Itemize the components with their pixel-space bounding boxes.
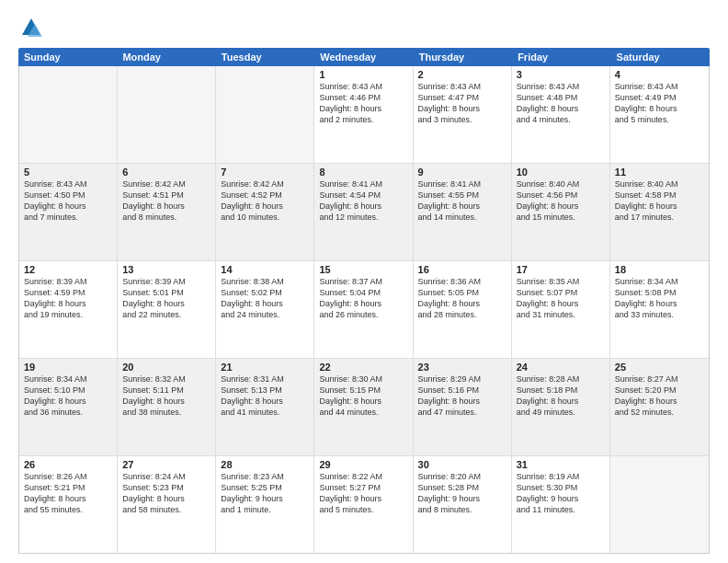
day-number: 28 — [221, 459, 309, 470]
weekday-header: Wednesday — [314, 48, 413, 66]
day-number: 9 — [418, 167, 506, 178]
day-info: Sunrise: 8:43 AM Sunset: 4:49 PM Dayligh… — [615, 81, 704, 126]
weekday-header: Monday — [117, 48, 215, 66]
calendar-cell — [19, 66, 118, 163]
calendar-cell: 24Sunrise: 8:28 AM Sunset: 5:18 PM Dayli… — [512, 359, 610, 455]
day-info: Sunrise: 8:22 AM Sunset: 5:27 PM Dayligh… — [319, 471, 407, 516]
header — [18, 15, 710, 40]
calendar-cell — [118, 66, 216, 163]
day-number: 6 — [122, 167, 210, 178]
calendar-cell: 18Sunrise: 8:34 AM Sunset: 5:08 PM Dayli… — [610, 261, 709, 358]
day-number: 30 — [418, 459, 506, 470]
day-number: 21 — [221, 362, 309, 373]
calendar-row: 1Sunrise: 8:43 AM Sunset: 4:46 PM Daylig… — [19, 66, 709, 164]
day-info: Sunrise: 8:20 AM Sunset: 5:28 PM Dayligh… — [418, 471, 506, 516]
day-info: Sunrise: 8:32 AM Sunset: 5:11 PM Dayligh… — [122, 373, 210, 419]
day-info: Sunrise: 8:29 AM Sunset: 5:16 PM Dayligh… — [418, 373, 506, 419]
day-number: 24 — [517, 362, 605, 373]
calendar-cell: 6Sunrise: 8:42 AM Sunset: 4:51 PM Daylig… — [118, 164, 216, 260]
day-info: Sunrise: 8:19 AM Sunset: 5:30 PM Dayligh… — [517, 471, 605, 516]
day-info: Sunrise: 8:41 AM Sunset: 4:54 PM Dayligh… — [319, 178, 407, 224]
day-number: 7 — [221, 167, 309, 178]
day-number: 23 — [418, 362, 506, 373]
calendar-cell: 30Sunrise: 8:20 AM Sunset: 5:28 PM Dayli… — [414, 456, 512, 553]
day-number: 31 — [517, 459, 605, 470]
day-number: 1 — [319, 69, 407, 80]
day-info: Sunrise: 8:38 AM Sunset: 5:02 PM Dayligh… — [221, 276, 309, 321]
day-info: Sunrise: 8:43 AM Sunset: 4:48 PM Dayligh… — [517, 81, 605, 126]
day-number: 27 — [122, 459, 210, 470]
calendar-cell: 1Sunrise: 8:43 AM Sunset: 4:46 PM Daylig… — [314, 66, 413, 163]
day-number: 26 — [24, 459, 112, 470]
calendar-row: 19Sunrise: 8:34 AM Sunset: 5:10 PM Dayli… — [19, 359, 709, 456]
day-number: 29 — [319, 459, 407, 470]
day-number: 17 — [517, 264, 605, 275]
weekday-header: Saturday — [611, 48, 710, 66]
calendar-header: SundayMondayTuesdayWednesdayThursdayFrid… — [18, 48, 710, 66]
calendar-cell: 12Sunrise: 8:39 AM Sunset: 4:59 PM Dayli… — [19, 261, 118, 358]
calendar-cell: 17Sunrise: 8:35 AM Sunset: 5:07 PM Dayli… — [512, 261, 610, 358]
day-number: 14 — [221, 264, 309, 275]
weekday-header: Thursday — [414, 48, 512, 66]
day-info: Sunrise: 8:35 AM Sunset: 5:07 PM Dayligh… — [517, 276, 605, 321]
day-info: Sunrise: 8:41 AM Sunset: 4:55 PM Dayligh… — [418, 178, 506, 224]
day-info: Sunrise: 8:42 AM Sunset: 4:51 PM Dayligh… — [122, 178, 210, 224]
calendar-cell: 13Sunrise: 8:39 AM Sunset: 5:01 PM Dayli… — [118, 261, 216, 358]
day-number: 2 — [418, 69, 506, 80]
page: SundayMondayTuesdayWednesdayThursdayFrid… — [0, 0, 728, 563]
weekday-header: Tuesday — [216, 48, 314, 66]
day-info: Sunrise: 8:24 AM Sunset: 5:23 PM Dayligh… — [122, 471, 210, 516]
day-number: 25 — [615, 362, 704, 373]
calendar-cell: 8Sunrise: 8:41 AM Sunset: 4:54 PM Daylig… — [314, 164, 413, 260]
calendar-cell: 2Sunrise: 8:43 AM Sunset: 4:47 PM Daylig… — [414, 66, 512, 163]
day-info: Sunrise: 8:28 AM Sunset: 5:18 PM Dayligh… — [517, 373, 605, 419]
calendar-cell: 3Sunrise: 8:43 AM Sunset: 4:48 PM Daylig… — [512, 66, 610, 163]
day-info: Sunrise: 8:34 AM Sunset: 5:10 PM Dayligh… — [24, 373, 112, 419]
day-number: 16 — [418, 264, 506, 275]
calendar: SundayMondayTuesdayWednesdayThursdayFrid… — [18, 48, 710, 554]
day-info: Sunrise: 8:31 AM Sunset: 5:13 PM Dayligh… — [221, 373, 309, 419]
day-info: Sunrise: 8:26 AM Sunset: 5:21 PM Dayligh… — [24, 471, 112, 516]
calendar-body: 1Sunrise: 8:43 AM Sunset: 4:46 PM Daylig… — [18, 66, 710, 554]
day-info: Sunrise: 8:42 AM Sunset: 4:52 PM Dayligh… — [221, 178, 309, 224]
logo — [18, 15, 46, 40]
day-number: 8 — [319, 167, 407, 178]
day-number: 11 — [615, 167, 704, 178]
day-number: 10 — [517, 167, 605, 178]
day-info: Sunrise: 8:40 AM Sunset: 4:56 PM Dayligh… — [517, 178, 605, 224]
calendar-cell: 26Sunrise: 8:26 AM Sunset: 5:21 PM Dayli… — [19, 456, 118, 553]
day-number: 3 — [517, 69, 605, 80]
calendar-row: 12Sunrise: 8:39 AM Sunset: 4:59 PM Dayli… — [19, 261, 709, 359]
weekday-header: Sunday — [18, 48, 117, 66]
calendar-cell: 7Sunrise: 8:42 AM Sunset: 4:52 PM Daylig… — [216, 164, 314, 260]
calendar-row: 26Sunrise: 8:26 AM Sunset: 5:21 PM Dayli… — [19, 456, 709, 553]
calendar-cell — [610, 456, 709, 553]
calendar-cell: 31Sunrise: 8:19 AM Sunset: 5:30 PM Dayli… — [512, 456, 610, 553]
day-number: 5 — [24, 167, 112, 178]
calendar-cell: 22Sunrise: 8:30 AM Sunset: 5:15 PM Dayli… — [314, 359, 413, 455]
day-number: 22 — [319, 362, 407, 373]
calendar-cell: 9Sunrise: 8:41 AM Sunset: 4:55 PM Daylig… — [414, 164, 512, 260]
calendar-cell: 29Sunrise: 8:22 AM Sunset: 5:27 PM Dayli… — [314, 456, 413, 553]
day-number: 13 — [122, 264, 210, 275]
calendar-cell: 19Sunrise: 8:34 AM Sunset: 5:10 PM Dayli… — [19, 359, 118, 455]
day-info: Sunrise: 8:39 AM Sunset: 5:01 PM Dayligh… — [122, 276, 210, 321]
calendar-cell: 15Sunrise: 8:37 AM Sunset: 5:04 PM Dayli… — [314, 261, 413, 358]
day-info: Sunrise: 8:39 AM Sunset: 4:59 PM Dayligh… — [24, 276, 112, 321]
day-info: Sunrise: 8:40 AM Sunset: 4:58 PM Dayligh… — [615, 178, 704, 224]
weekday-header: Friday — [512, 48, 610, 66]
calendar-cell: 23Sunrise: 8:29 AM Sunset: 5:16 PM Dayli… — [414, 359, 512, 455]
day-info: Sunrise: 8:43 AM Sunset: 4:50 PM Dayligh… — [24, 178, 112, 224]
day-info: Sunrise: 8:23 AM Sunset: 5:25 PM Dayligh… — [221, 471, 309, 516]
calendar-cell: 14Sunrise: 8:38 AM Sunset: 5:02 PM Dayli… — [216, 261, 314, 358]
day-number: 20 — [122, 362, 210, 373]
logo-icon — [18, 15, 44, 40]
day-info: Sunrise: 8:27 AM Sunset: 5:20 PM Dayligh… — [615, 373, 704, 419]
calendar-cell: 5Sunrise: 8:43 AM Sunset: 4:50 PM Daylig… — [19, 164, 118, 260]
calendar-cell: 27Sunrise: 8:24 AM Sunset: 5:23 PM Dayli… — [118, 456, 216, 553]
day-info: Sunrise: 8:30 AM Sunset: 5:15 PM Dayligh… — [319, 373, 407, 419]
calendar-cell: 21Sunrise: 8:31 AM Sunset: 5:13 PM Dayli… — [216, 359, 314, 455]
calendar-cell: 25Sunrise: 8:27 AM Sunset: 5:20 PM Dayli… — [610, 359, 709, 455]
day-number: 19 — [24, 362, 112, 373]
calendar-cell: 11Sunrise: 8:40 AM Sunset: 4:58 PM Dayli… — [610, 164, 709, 260]
